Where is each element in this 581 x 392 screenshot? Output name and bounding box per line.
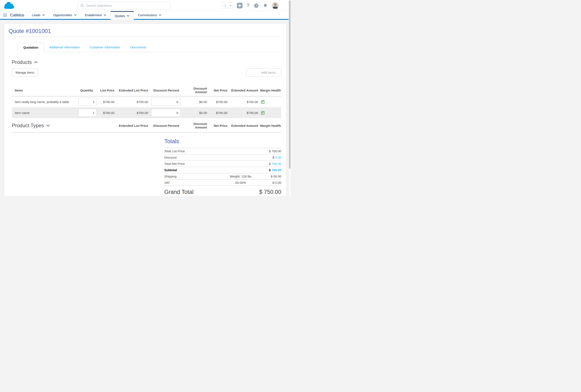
net-price-value: $700.00 (209, 111, 229, 114)
tab-additional-information[interactable]: Additional Information (44, 43, 85, 52)
grand-total-label: Grand Total (164, 189, 194, 195)
list-price-value: $700.00 (97, 100, 116, 104)
page-title: Quote #1001001 (8, 28, 281, 34)
shipping-weight: Weight: 128 lbs (228, 174, 254, 178)
col-discount-percent: Discount Percent (150, 124, 181, 128)
subtotal-value: 700.00 (272, 168, 281, 172)
tab-quotation[interactable]: Quotation (18, 43, 44, 52)
help-icon[interactable]: ? (246, 3, 250, 8)
favorites-caret-button[interactable] (228, 3, 233, 8)
item-name: Item really long name, probably a table (12, 100, 76, 104)
favorites-button[interactable] (221, 3, 233, 8)
add-items-button[interactable]: Add items... (246, 68, 281, 76)
totals-row-total-list-price: Total List Price $ 700.00 (164, 148, 281, 154)
plus-icon (238, 4, 242, 7)
totals-row-total-net-price: Total Net Price $ 700.00 (164, 160, 281, 167)
item-name: Item name (12, 111, 76, 114)
quantity-input[interactable] (78, 98, 97, 106)
col-margin-health: Margin Health (260, 88, 281, 92)
discount-value: 0.00 (275, 156, 281, 159)
margin-health-check-icon (261, 111, 264, 114)
chevron-down-icon (74, 14, 76, 16)
totals-heading: Totals (164, 138, 281, 145)
add-new-button[interactable] (237, 3, 242, 8)
products-table: Items Quantity List Price Extended List … (12, 85, 281, 133)
manage-items-button[interactable]: Manage Items (12, 68, 38, 76)
star-icon[interactable] (222, 3, 228, 8)
nav-item-leads[interactable]: Leads (28, 11, 49, 19)
totals-row-vat: VAT 00.00% $ 0.00 (164, 180, 281, 186)
expand-chevron-down-icon[interactable] (46, 124, 50, 126)
discount-percent-input[interactable] (151, 98, 180, 106)
search-icon (80, 4, 84, 7)
extended-amount-value: $700.00 (229, 111, 260, 114)
header-icon-cluster: ? (221, 0, 279, 11)
margin-health-check-icon (261, 100, 264, 104)
setup-gear-icon[interactable] (254, 3, 259, 8)
product-types-header: Product Types Extended List Price Discou… (12, 122, 281, 133)
product-types-heading: Product Types (12, 122, 44, 128)
product-row: Item really long name, probably a table … (12, 96, 281, 107)
net-price-value: $700.00 (209, 100, 229, 104)
col-extended-list-price: Extended List Price (116, 124, 150, 128)
totals-row-shipping: Shipping Weight: 128 lbs $ 50.00 (164, 173, 281, 180)
vat-percent: 00.00% (228, 181, 254, 184)
product-types-section-header: Product Types (12, 122, 116, 128)
collapse-chevron-up-icon[interactable] (34, 61, 38, 63)
quote-card: Quote #1001001 Quotation Additional Info… (4, 24, 286, 196)
chevron-down-icon (230, 5, 232, 6)
tab-customer-information[interactable]: Customer Information (85, 43, 125, 52)
quantity-input[interactable] (78, 109, 97, 117)
discount-percent-input[interactable] (151, 109, 180, 117)
vat-value: 0.00 (275, 181, 281, 184)
chevron-down-icon (104, 14, 106, 16)
col-discount-amount: Discount Amount (181, 87, 209, 94)
nav-item-opportunities[interactable]: Opportunities (49, 11, 80, 19)
global-search[interactable] (78, 2, 170, 10)
col-net-price: Net Price (209, 88, 229, 92)
tab-documents[interactable]: Documents (125, 43, 151, 52)
extended-list-price-value: $700.00 (116, 111, 150, 114)
list-price-value: $700.00 (97, 111, 116, 114)
quote-tabs: Quotation Additional Information Custome… (18, 43, 281, 52)
scrollbar[interactable] (288, 0, 290, 196)
total-net-price-value: 700.00 (272, 162, 281, 166)
products-heading: Products (12, 59, 32, 65)
col-quantity: Quantity (76, 88, 97, 92)
nav-underline (0, 19, 290, 20)
col-items: Items (12, 88, 76, 92)
nav-item-commissions[interactable]: Commissions (134, 11, 166, 19)
product-row: Item name $700.00 $700.00 $0.00 $700.00 … (12, 107, 281, 118)
totals-section: Totals Total List Price $ 700.00 Discoun… (164, 138, 281, 196)
app-name: Callidus (10, 13, 24, 18)
col-discount-percent: Discount Percent (150, 88, 181, 92)
nav-item-quotes[interactable]: Quotes (110, 11, 134, 20)
products-table-header: Items Quantity List Price Extended List … (12, 85, 281, 96)
col-extended-list-price: Extended List Price (116, 88, 150, 92)
main-content: Quote #1001001 Quotation Additional Info… (0, 20, 290, 196)
extended-list-price-value: $700.00 (116, 100, 150, 104)
shipping-value: 50.00 (273, 174, 281, 178)
scrollbar-thumb[interactable] (289, 0, 290, 169)
total-list-price-value: 700.00 (272, 149, 281, 153)
totals-row-subtotal: Subtotal $ 700.00 (164, 167, 281, 173)
grand-total-row: Grand Total $ 750.00 (164, 186, 281, 196)
app-launcher-icon[interactable] (3, 14, 7, 17)
col-extended-amount: Extended Amount (229, 124, 260, 128)
grand-total-value: 750.00 (264, 189, 281, 195)
discount-amount-value: $0.00 (181, 111, 209, 114)
user-avatar[interactable] (272, 2, 279, 9)
totals-row-discount: Discount $ 0.00 (164, 154, 281, 160)
nav-item-enablement[interactable]: Enablement (81, 11, 110, 19)
chevron-down-icon (127, 15, 129, 16)
col-list-price: List Price (97, 88, 116, 92)
search-input[interactable] (86, 4, 170, 7)
notifications-bell-icon[interactable] (263, 3, 268, 8)
col-extended-amount: Extended Amount (229, 88, 260, 92)
salesforce-cloud-logo (3, 2, 14, 10)
discount-amount-value: $0.00 (181, 100, 209, 104)
chevron-down-icon (159, 14, 161, 16)
col-discount-amount: Discount Amount (181, 122, 209, 129)
chevron-down-icon (42, 14, 45, 16)
extended-amount-value: $700.00 (229, 100, 260, 104)
